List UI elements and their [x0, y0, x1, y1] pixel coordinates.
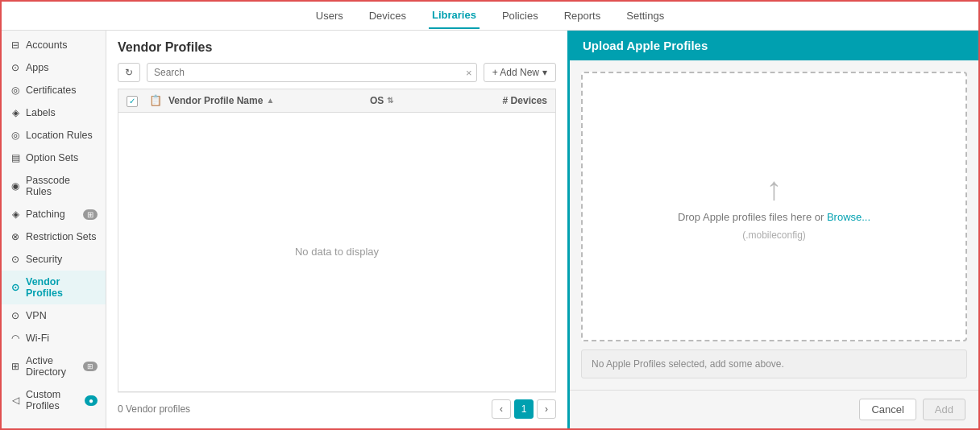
sidebar-label-location-rules: Location Rules [26, 130, 93, 141]
sidebar-label-active-directory: Active Directory [26, 355, 78, 378]
sidebar-label-vendor-profiles: Vendor Profiles [26, 276, 98, 299]
certificates-icon: ◎ [10, 85, 21, 96]
top-navigation: Users Devices Libraries Policies Reports… [2, 2, 978, 31]
sort-os-icon: ⇅ [387, 96, 393, 105]
add-new-label: + Add New [492, 67, 539, 78]
sidebar-label-patching: Patching [26, 209, 65, 220]
sidebar-item-active-directory[interactable]: ⊞ Active Directory ⊞ [2, 349, 106, 383]
accounts-icon: ⊟ [10, 39, 21, 51]
refresh-button[interactable]: ↻ [118, 63, 140, 82]
sidebar-label-labels: Labels [26, 107, 56, 118]
sidebar-item-option-sets[interactable]: ▤ Option Sets [2, 147, 106, 169]
search-input[interactable] [147, 63, 477, 82]
sidebar-item-restriction-sets[interactable]: ⊗ Restriction Sets [2, 225, 106, 248]
page-next-button[interactable]: › [537, 399, 556, 419]
sidebar-item-apps[interactable]: ⊙ Apps [2, 56, 106, 79]
add-button[interactable]: Add [923, 399, 965, 420]
restriction-sets-icon: ⊗ [10, 231, 21, 242]
sidebar-label-restriction-sets: Restriction Sets [26, 231, 97, 242]
upload-body: ↑ Drop Apple profiles files here or Brow… [570, 60, 978, 390]
custom-profiles-badge: ● [85, 395, 98, 406]
main-panel: Vendor Profiles ↻ × + Add New ▾ [106, 31, 567, 428]
patching-icon: ◈ [10, 209, 21, 220]
sidebar-label-custom-profiles: Custom Profiles [26, 389, 80, 411]
sidebar-item-passcode-rules[interactable]: ◉ Passcode Rules [2, 169, 106, 203]
sidebar-item-custom-profiles[interactable]: ◁ Custom Profiles ● [2, 383, 106, 417]
location-rules-icon: ◎ [10, 130, 21, 141]
sidebar: ⊟ Accounts ⊙ Apps ◎ Certificates ◈ Label… [2, 31, 106, 428]
sidebar-item-location-rules[interactable]: ◎ Location Rules [2, 124, 106, 147]
page-1-button[interactable]: 1 [514, 399, 534, 419]
sidebar-item-wifi[interactable]: ◠ Wi-Fi [2, 327, 106, 349]
sidebar-item-vpn[interactable]: ⊙ VPN [2, 304, 106, 327]
sidebar-item-labels[interactable]: ◈ Labels [2, 101, 106, 124]
column-header-devices: # Devices [467, 95, 547, 106]
browse-link[interactable]: Browse... [827, 211, 870, 223]
toolbar: ↻ × + Add New ▾ [118, 63, 556, 82]
wifi-icon: ◠ [10, 333, 21, 344]
drop-subtext: (.mobileconfig) [742, 229, 806, 241]
table-body: No data to display [118, 112, 556, 393]
panel-footer: 0 Vendor profiles ‹ 1 › [118, 392, 556, 419]
cancel-button[interactable]: Cancel [859, 399, 916, 420]
nav-devices[interactable]: Devices [366, 3, 409, 28]
nav-settings[interactable]: Settings [623, 3, 667, 28]
drop-text: Drop Apple profiles files here or Browse… [678, 211, 870, 223]
sidebar-label-vpn: VPN [26, 310, 47, 321]
add-new-chevron-icon: ▾ [542, 67, 547, 78]
upload-icon: ↑ [766, 172, 783, 205]
sidebar-item-security[interactable]: ⊙ Security [2, 248, 106, 271]
nav-users[interactable]: Users [313, 3, 347, 28]
nav-libraries[interactable]: Libraries [429, 2, 480, 29]
select-all-checkbox[interactable] [127, 94, 149, 107]
column-name-label: Vendor Profile Name [168, 95, 263, 106]
no-data-message: No data to display [295, 246, 379, 258]
add-new-button[interactable]: + Add New ▾ [484, 63, 556, 82]
active-directory-icon: ⊞ [10, 361, 21, 372]
upload-panel-header: Upload Apple Profiles [570, 31, 978, 60]
vendor-profiles-icon: ⊙ [10, 282, 21, 293]
page-title: Vendor Profiles [118, 40, 556, 55]
sidebar-label-security: Security [26, 254, 62, 265]
column-os-label: OS [370, 95, 384, 106]
security-icon: ⊙ [10, 254, 21, 265]
sidebar-label-option-sets: Option Sets [26, 152, 78, 163]
clear-search-icon[interactable]: × [466, 67, 472, 79]
table-icon-col: 📋 [149, 94, 168, 106]
active-directory-badge: ⊞ [83, 362, 98, 371]
patching-badge: ⊞ [83, 209, 98, 220]
sidebar-label-apps: Apps [26, 62, 49, 73]
sidebar-label-accounts: Accounts [26, 39, 67, 51]
drop-zone[interactable]: ↑ Drop Apple profiles files here or Brow… [581, 72, 967, 341]
page-prev-button[interactable]: ‹ [492, 399, 511, 419]
record-count: 0 Vendor profiles [118, 403, 190, 415]
nav-policies[interactable]: Policies [499, 3, 542, 28]
sidebar-item-accounts[interactable]: ⊟ Accounts [2, 34, 106, 56]
upload-panel: Upload Apple Profiles ↑ Drop Apple profi… [567, 31, 978, 428]
column-header-os[interactable]: OS ⇅ [370, 95, 467, 106]
apps-icon: ⊙ [10, 62, 21, 73]
sidebar-label-passcode-rules: Passcode Rules [26, 175, 98, 197]
table-header: 📋 Vendor Profile Name ▲ OS ⇅ # Devices [118, 89, 556, 112]
checkbox-icon[interactable] [127, 96, 138, 107]
upload-footer: Cancel Add [570, 390, 978, 428]
passcode-rules-icon: ◉ [10, 180, 21, 192]
pagination: ‹ 1 › [492, 399, 556, 419]
sort-asc-icon: ▲ [266, 96, 274, 105]
column-header-name[interactable]: Vendor Profile Name ▲ [168, 95, 370, 106]
sidebar-label-wifi: Wi-Fi [26, 333, 49, 344]
labels-icon: ◈ [10, 107, 21, 118]
sidebar-item-certificates[interactable]: ◎ Certificates [2, 79, 106, 101]
sidebar-label-certificates: Certificates [26, 85, 77, 96]
custom-profiles-icon: ◁ [10, 395, 21, 406]
sidebar-item-patching[interactable]: ◈ Patching ⊞ [2, 203, 106, 225]
drop-main-text: Drop Apple profiles files here or [678, 211, 824, 223]
sidebar-item-vendor-profiles[interactable]: ⊙ Vendor Profiles [2, 271, 106, 304]
selected-files-area: No Apple Profiles selected, add some abo… [581, 349, 967, 378]
search-box: × [147, 63, 477, 82]
nav-reports[interactable]: Reports [561, 3, 604, 28]
option-sets-icon: ▤ [10, 152, 21, 163]
book-icon: 📋 [149, 94, 162, 106]
vpn-icon: ⊙ [10, 310, 21, 321]
